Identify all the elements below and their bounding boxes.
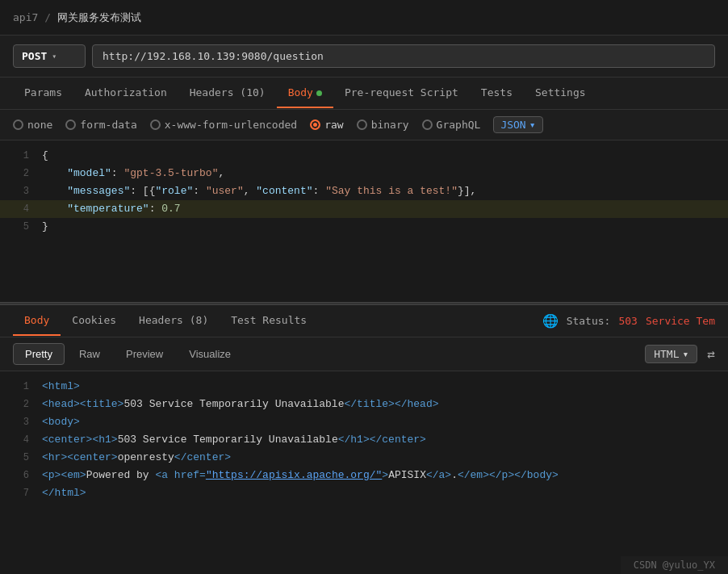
response-tab-headers[interactable]: Headers (8) [128, 306, 220, 336]
radio-binary[interactable]: binary [357, 119, 409, 131]
tab-authorization[interactable]: Authorization [73, 78, 178, 108]
response-tab-body[interactable]: Body [13, 306, 61, 336]
breadcrumb-current: 网关服务发布测试 [57, 10, 141, 25]
json-label: JSON [500, 119, 525, 131]
radio-label-graphql: GraphQL [437, 119, 481, 131]
code-line-4: 4 "temperature": 0.7 [0, 200, 728, 218]
format-raw-button[interactable]: Raw [68, 344, 111, 364]
tab-pre-request[interactable]: Pre-request Script [333, 78, 470, 108]
format-row: Pretty Raw Preview Visualize HTML ▾ ⇄ [0, 337, 728, 371]
json-type-selector[interactable]: JSON ▾ [493, 116, 542, 133]
radio-circle-raw [310, 119, 320, 130]
status-code: 503 [618, 315, 637, 327]
status-label: Status: [567, 315, 611, 327]
method-label: POST [22, 50, 47, 62]
radio-label-urlencoded: x-www-form-urlencoded [165, 119, 297, 131]
radio-label-none: none [27, 119, 52, 131]
breadcrumb-prefix: api7 [13, 11, 38, 23]
code-line-2: 2 "model": "gpt-3.5-turbo", [0, 165, 728, 182]
tab-headers[interactable]: Headers (10) [178, 78, 277, 108]
radio-label-form-data: form-data [80, 119, 136, 131]
format-visualize-button[interactable]: Visualize [178, 344, 242, 364]
request-tabs-row: Params Authorization Headers (10) Body P… [0, 78, 728, 110]
radio-circle-graphql [422, 119, 433, 130]
html-label: HTML [654, 348, 679, 360]
radio-none[interactable]: none [13, 119, 52, 131]
attribution-text: CSDN @yuluo_YX [634, 559, 715, 571]
tab-params[interactable]: Params [13, 78, 73, 108]
response-line-1: 1 <html> [0, 378, 728, 396]
code-line-3: 3 "messages": [{"role": "user", "content… [0, 182, 728, 200]
status-message: Service Tem [646, 315, 715, 327]
request-bar: POST ▾ [0, 36, 728, 78]
chevron-down-icon: ▾ [52, 52, 56, 61]
radio-label-raw: raw [324, 119, 343, 131]
response-line-6: 6 <p><em>Powered by <a href="https://api… [0, 467, 728, 484]
response-tab-cookies[interactable]: Cookies [61, 306, 128, 336]
response-line-4: 4 <center><h1>503 Service Temporarily Un… [0, 431, 728, 449]
response-line-7: 7 </html> [0, 484, 728, 502]
response-body-viewer: 1 <html> 2 <head><title>503 Service Temp… [0, 371, 728, 517]
code-line-5: 5 } [0, 218, 728, 236]
radio-circle-urlencoded [150, 119, 161, 130]
radio-form-data[interactable]: form-data [65, 119, 136, 131]
radio-circle-form-data [65, 119, 76, 130]
html-type-selector[interactable]: HTML ▾ [645, 345, 697, 363]
radio-circle-none [13, 119, 23, 130]
breadcrumb-separator: / [44, 11, 51, 23]
format-preview-button[interactable]: Preview [115, 344, 174, 364]
radio-raw[interactable]: raw [310, 119, 343, 131]
tab-body[interactable]: Body [277, 78, 333, 108]
code-line-1: 1 { [0, 147, 728, 165]
radio-label-binary: binary [371, 119, 409, 131]
status-area: 🌐 Status: 503 Service Tem [542, 313, 715, 329]
tab-settings[interactable]: Settings [524, 78, 597, 108]
html-chevron-icon: ▾ [683, 348, 689, 360]
method-select[interactable]: POST ▾ [13, 44, 86, 68]
globe-icon: 🌐 [542, 313, 559, 329]
format-pretty-button[interactable]: Pretty [13, 343, 65, 365]
radio-urlencoded[interactable]: x-www-form-urlencoded [150, 119, 297, 131]
response-tab-test-results[interactable]: Test Results [220, 306, 318, 336]
radio-circle-binary [357, 119, 367, 130]
response-line-2: 2 <head><title>503 Service Temporarily U… [0, 396, 728, 413]
tab-tests[interactable]: Tests [470, 78, 524, 108]
body-dot-indicator [316, 90, 322, 96]
response-line-3: 3 <body> [0, 413, 728, 431]
response-line-5: 5 <hr><center>openresty</center> [0, 449, 728, 467]
response-tabs-row: Body Cookies Headers (8) Test Results 🌐 … [0, 305, 728, 337]
body-type-row: none form-data x-www-form-urlencoded raw… [0, 110, 728, 140]
url-input[interactable] [92, 44, 715, 68]
footer-attribution: CSDN @yuluo_YX [621, 556, 728, 574]
radio-graphql[interactable]: GraphQL [422, 119, 481, 131]
top-header: api7 / 网关服务发布测试 [0, 0, 728, 36]
wrap-icon[interactable]: ⇄ [707, 346, 715, 362]
json-chevron-icon: ▾ [529, 119, 536, 131]
request-body-editor[interactable]: 1 { 2 "model": "gpt-3.5-turbo", 3 "messa… [0, 140, 728, 302]
